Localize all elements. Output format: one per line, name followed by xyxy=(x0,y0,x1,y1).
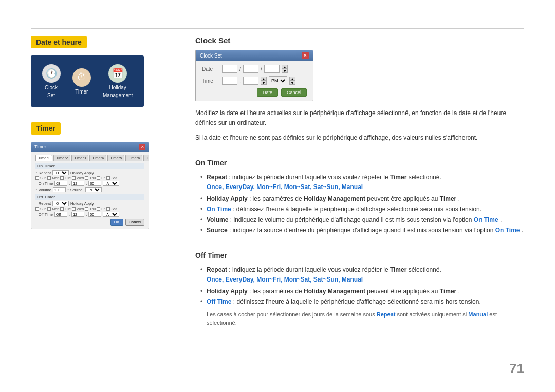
on-time-hour[interactable] xyxy=(54,181,67,186)
timer-label: Timer xyxy=(75,89,88,95)
clockset-dialog-title: Clock Set xyxy=(200,53,222,59)
off-cb-tue[interactable] xyxy=(60,207,64,211)
timer-tab-5[interactable]: Timer5 xyxy=(107,155,124,161)
off-timer-options-text: Once, EveryDay, Mon~Fri, Mon~Sat, Sat~Su… xyxy=(207,276,363,283)
off-repeat-select[interactable]: Once xyxy=(52,201,69,206)
clockset-ok-btn[interactable]: Date xyxy=(257,88,278,97)
cb-thu[interactable] xyxy=(85,176,88,180)
off-day-checkboxes: Sun Mon Tue Wed Thu Fri Sat xyxy=(35,207,144,211)
off-timer-title: Off Timer xyxy=(195,251,524,259)
off-cb-sat[interactable] xyxy=(106,207,110,211)
cb-sat[interactable] xyxy=(106,176,110,180)
on-time-sec[interactable] xyxy=(88,181,101,186)
off-timer-repeat-bullet: Repeat : indiquez la période durant laqu… xyxy=(200,265,524,275)
timer-tab-3[interactable]: Timer3 xyxy=(71,155,88,161)
source-lbl: ↑ Source: xyxy=(67,188,84,192)
time-min[interactable] xyxy=(243,77,258,85)
cb-sun[interactable] xyxy=(35,176,39,180)
timer-cancel-btn[interactable]: Cancel xyxy=(125,219,144,226)
off-cb-mon[interactable] xyxy=(47,207,51,211)
clockset-date-row: Date / / ▲ ▼ xyxy=(202,65,307,73)
timer-tab-1[interactable]: Timer1 xyxy=(35,155,52,161)
on-holiday-label: Holiday Apply xyxy=(70,171,94,175)
on-repeat-label: ↑ Repeat xyxy=(35,171,51,175)
page-container: Date et heure 🕐 Clock Set ⏱ Timer 📅 Holi xyxy=(0,0,555,392)
on-volume-row: ↑ Volume ↑ Source: PC xyxy=(35,187,144,192)
date-section-badge: Date et heure xyxy=(31,36,87,48)
timer-dialog-close-btn[interactable]: ✕ xyxy=(139,144,145,150)
source-select[interactable]: PC xyxy=(85,187,102,192)
on-time-min[interactable] xyxy=(71,181,84,186)
cb-fri[interactable] xyxy=(97,176,100,180)
clockset-close-btn[interactable]: ✕ xyxy=(302,52,309,59)
off-time-val[interactable] xyxy=(54,212,67,217)
time-spin-dn[interactable]: ▼ xyxy=(261,81,267,85)
timer-tabs: Timer1 Timer2 Timer3 Timer4 Timer5 Timer… xyxy=(35,155,144,161)
note-text-middle: sont activées uniquement si xyxy=(397,311,469,318)
holiday-label1: Holiday xyxy=(109,85,126,90)
off-cb-thu[interactable] xyxy=(85,207,88,211)
timer-dialog-titlebar: Timer ✕ xyxy=(31,142,149,152)
off-cb-fri[interactable] xyxy=(97,207,100,211)
on-timer-title: On Timer xyxy=(195,159,524,167)
off-time-min[interactable] xyxy=(88,212,101,217)
on-timer-ref: Timer xyxy=(440,195,456,202)
ampm-spin-up[interactable]: ▲ xyxy=(289,77,295,81)
timer-tab-6[interactable]: Timer6 xyxy=(125,155,142,161)
cb-tue[interactable] xyxy=(60,176,64,180)
date-screenshot-box: 🕐 Clock Set ⏱ Timer 📅 Holiday Management xyxy=(31,55,144,107)
clock-icon: 🕐 xyxy=(42,64,61,83)
off-time-ampm[interactable]: AM xyxy=(103,212,119,217)
off-timer-repeat-row: ↑ Repeat Once Holiday Apply xyxy=(35,201,144,206)
timer-tab-7[interactable]: Timer7 xyxy=(143,155,149,161)
off-timer-bold: Timer xyxy=(390,266,406,273)
on-timer-options: Once, EveryDay, Mon~Fri, Mon~Sat, Sat~Su… xyxy=(195,182,524,192)
on-timer-repeat-row: ↑ Repeat Once Holiday Apply xyxy=(35,170,144,175)
date-spin-dn[interactable]: ▼ xyxy=(282,69,288,73)
ampm-spin-dn[interactable]: ▼ xyxy=(289,81,295,85)
clockset-cancel-btn[interactable]: Cancel xyxy=(281,88,307,97)
timer-tab-2[interactable]: Timer2 xyxy=(53,155,70,161)
note-repeat-bold: Repeat xyxy=(377,311,396,318)
date-spinbtn: ▲ ▼ xyxy=(282,65,288,73)
time-hour[interactable] xyxy=(222,77,237,85)
timer-ok-btn[interactable]: OK xyxy=(110,219,123,226)
holiday-icon-item: 📅 Holiday Management xyxy=(103,64,133,98)
sep4: : xyxy=(86,212,87,217)
date-label: Date xyxy=(202,66,220,72)
timer-dialog-mock: Timer ✕ Timer1 Timer2 Timer3 Timer4 Time… xyxy=(31,142,149,229)
on-timer-options-text: Once, EveryDay, Mon~Fri, Mon~Sat, Sat~Su… xyxy=(207,183,363,191)
date-day[interactable] xyxy=(264,65,280,73)
ampm-select[interactable]: PMAM xyxy=(269,76,287,85)
cb-wed[interactable] xyxy=(72,176,76,180)
main-content: Date et heure 🕐 Clock Set ⏱ Timer 📅 Holi xyxy=(31,36,524,371)
on-volume-bold: Volume xyxy=(207,216,228,223)
timer-dialog-title: Timer xyxy=(34,144,46,150)
clock-set-desc2: Si la date et l'heure ne sont pas défini… xyxy=(195,133,524,143)
off-repeat-end: sélectionné. xyxy=(409,266,441,273)
repeat-bold-1: Repeat xyxy=(207,174,227,181)
date-month[interactable] xyxy=(243,65,258,73)
top-rule xyxy=(31,28,524,29)
date-year[interactable] xyxy=(222,65,237,73)
timer-tab-4[interactable]: Timer4 xyxy=(89,155,106,161)
off-time-row: ↑ Off Time : : AM xyxy=(35,212,144,217)
sep2: : xyxy=(86,181,87,186)
on-source-bold: Source xyxy=(207,227,228,234)
cb-mon[interactable] xyxy=(47,176,51,180)
on-repeat-select[interactable]: Once xyxy=(52,170,69,175)
off-timer-bullets-2: Holiday Apply : les paramètres de Holida… xyxy=(195,286,524,307)
off-timer-note: Les cases à cocher pour sélectionner des… xyxy=(195,310,524,327)
clockset-time-row: Time : ▲ ▼ PMAM ▲ xyxy=(202,76,307,85)
right-column: Clock Set Clock Set ✕ Date / / xyxy=(185,36,524,371)
off-time-hour[interactable] xyxy=(71,212,84,217)
on-time-ampm[interactable]: AM xyxy=(103,181,119,186)
off-cb-sun[interactable] xyxy=(35,207,39,211)
time-spin-up[interactable]: ▲ xyxy=(261,77,267,81)
time-label: Time xyxy=(202,78,220,84)
timer-btn-row: OK Cancel xyxy=(35,219,144,226)
date-spin-up[interactable]: ▲ xyxy=(282,65,288,69)
off-cb-wed[interactable] xyxy=(72,207,76,211)
volume-input[interactable] xyxy=(53,187,66,192)
sep1: : xyxy=(69,181,70,186)
